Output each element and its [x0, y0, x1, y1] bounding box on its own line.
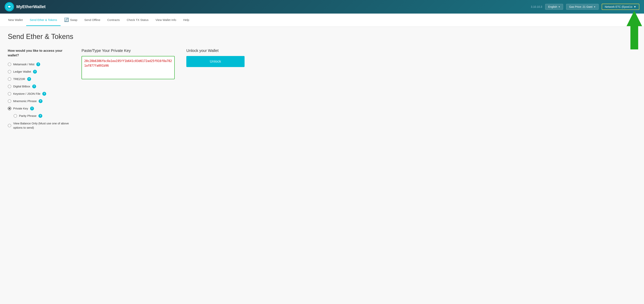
unlock-panel-title: Unlock your Wallet: [186, 48, 244, 53]
header: MyEtherWallet 3.10.10.3 English ▼ Gas Pr…: [0, 0, 644, 13]
nav-item-view-wallet-info[interactable]: View Wallet Info: [152, 14, 180, 26]
access-panel-title: How would you like to access your wallet…: [8, 48, 70, 58]
label-metamask: Metamask / Mist: [13, 63, 34, 66]
radio-keystore[interactable]: [8, 92, 11, 96]
nav-item-swap[interactable]: 🔄 Swap: [60, 13, 81, 26]
nav-item-check-tx-status[interactable]: Check TX Status: [123, 14, 152, 26]
nav-label-contracts: Contracts: [107, 18, 120, 21]
network-dropdown-arrow: ▼: [634, 5, 636, 8]
main-layout: How would you like to access your wallet…: [8, 48, 225, 134]
swap-icon: 🔄: [64, 17, 69, 22]
unlock-panel: Unlock your Wallet Unlock: [186, 48, 244, 67]
label-mnemonic: Mnemonic Phrase: [13, 99, 37, 103]
label-digital-bitbox: Digital Bitbox: [13, 85, 30, 88]
label-keystore: Keystore / JSON File: [13, 92, 40, 95]
logo-icon: [5, 2, 14, 11]
network-dropdown[interactable]: Network ETC (Epool.io ▼: [602, 4, 639, 10]
help-icon-parity-phrase[interactable]: ?: [38, 114, 42, 118]
radio-mnemonic[interactable]: [8, 99, 11, 103]
option-ledger[interactable]: Ledger Wallet ?: [8, 70, 70, 74]
option-keystore[interactable]: Keystore / JSON File ?: [8, 92, 70, 96]
help-icon-mnemonic[interactable]: ?: [38, 99, 42, 103]
app-title: MyEtherWallet: [16, 4, 46, 9]
private-key-panel: Paste/Type Your Private Key 20c28b6386fb…: [82, 48, 175, 80]
nav-label-help: Help: [183, 18, 189, 21]
option-trezor[interactable]: TREZOR ?: [8, 77, 70, 81]
arrow-head: [626, 11, 642, 26]
logo-area: MyEtherWallet: [5, 2, 46, 11]
gas-price-label: Gas Price: 21 Gwei: [569, 5, 592, 8]
unlock-button[interactable]: Unlock: [186, 56, 244, 67]
language-dropdown[interactable]: English ▼: [545, 4, 563, 10]
label-view-balance: View Balance Only (Must use one of above…: [13, 121, 70, 130]
radio-trezor[interactable]: [8, 77, 11, 81]
svg-point-1: [8, 6, 10, 7]
gas-price-dropdown[interactable]: Gas Price: 21 Gwei ▼: [566, 4, 598, 10]
help-icon-ledger[interactable]: ?: [33, 70, 37, 74]
nav-item-new-wallet[interactable]: New Wallet: [5, 14, 26, 26]
nav-label-check-tx-status: Check TX Status: [127, 18, 148, 21]
page-title: Send Ether & Tokens: [8, 32, 225, 41]
option-parity-phrase[interactable]: Parity Phrase ?: [14, 114, 70, 118]
nav-label-send-ether-tokens: Send Ether & Tokens: [30, 18, 57, 21]
nav-label-view-wallet-info: View Wallet Info: [156, 18, 176, 21]
help-icon-keystore[interactable]: ?: [42, 92, 46, 96]
option-metamask[interactable]: Metamask / Mist ?: [8, 62, 70, 66]
gas-price-dropdown-arrow: ▼: [594, 6, 596, 8]
radio-parity-phrase[interactable]: [14, 114, 17, 118]
language-dropdown-arrow: ▼: [558, 6, 560, 8]
nav-item-send-offline[interactable]: Send Offline: [81, 14, 104, 26]
radio-digital-bitbox[interactable]: [8, 85, 11, 88]
label-parity-phrase: Parity Phrase: [19, 114, 36, 117]
page-content: Send Ether & Tokens How would you like t…: [0, 27, 233, 139]
option-mnemonic[interactable]: Mnemonic Phrase ?: [8, 99, 70, 103]
language-label: English: [548, 5, 557, 8]
label-ledger: Ledger Wallet: [13, 70, 31, 73]
green-arrow-annotation: [626, 11, 642, 49]
access-panel: How would you like to access your wallet…: [8, 48, 70, 134]
radio-private-key[interactable]: [8, 107, 11, 110]
private-key-input[interactable]: 20c28b6386fbc8a1ea195ff1b641c03d6172ad25…: [82, 56, 175, 79]
radio-ledger[interactable]: [8, 70, 11, 73]
help-icon-trezor[interactable]: ?: [27, 77, 31, 81]
nav-label-send-offline: Send Offline: [84, 18, 100, 21]
help-icon-digital-bitbox[interactable]: ?: [32, 84, 36, 88]
option-digital-bitbox[interactable]: Digital Bitbox ?: [8, 84, 70, 88]
label-private-key: Private Key: [13, 107, 28, 110]
nav-item-send-ether-tokens[interactable]: Send Ether & Tokens: [26, 14, 60, 26]
navigation: New Wallet Send Ether & Tokens 🔄 Swap Se…: [0, 13, 644, 27]
label-trezor: TREZOR: [13, 77, 25, 81]
radio-view-balance[interactable]: [8, 124, 11, 127]
nav-label-new-wallet: New Wallet: [8, 18, 23, 21]
help-icon-private-key[interactable]: ?: [30, 107, 34, 110]
network-label: Network ETC (Epool.io: [605, 5, 632, 8]
version-label: 3.10.10.3: [531, 5, 542, 8]
help-icon-metamask[interactable]: ?: [36, 62, 40, 66]
radio-metamask[interactable]: [8, 63, 11, 66]
header-right: 3.10.10.3 English ▼ Gas Price: 21 Gwei ▼…: [531, 4, 639, 10]
private-key-panel-title: Paste/Type Your Private Key: [82, 48, 175, 53]
nav-label-swap: Swap: [70, 18, 78, 21]
nav-item-contracts[interactable]: Contracts: [104, 14, 123, 26]
option-private-key[interactable]: Private Key ?: [8, 107, 70, 110]
arrow-shaft: [630, 26, 638, 49]
nav-item-help[interactable]: Help: [180, 14, 193, 26]
option-view-balance[interactable]: View Balance Only (Must use one of above…: [8, 121, 70, 130]
